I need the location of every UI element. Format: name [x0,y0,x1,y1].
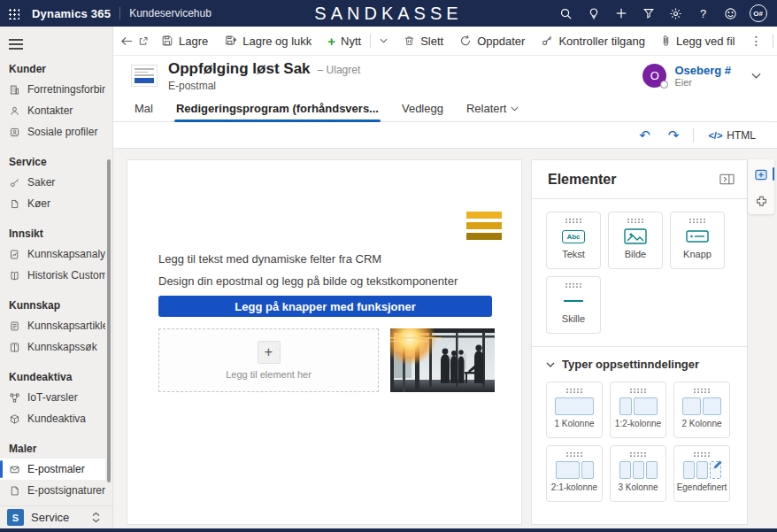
check-access-button[interactable]: Kontroller tilgang [533,29,653,52]
filter-icon[interactable] [635,0,662,27]
overflow-menu-icon[interactable]: ⋮ [742,34,769,48]
nav-item-label: Forretningsforbin... [27,83,105,96]
gold-bar [466,233,502,240]
drag-grip-icon [565,218,582,223]
dropzone-label: Legg til element her [226,369,312,380]
waffle-menu-icon[interactable] [8,8,19,19]
pencil-icon [712,459,723,470]
attach-file-button[interactable]: Legg ved fil [653,29,743,52]
feedback-smiley-icon[interactable] [717,0,744,27]
text-element-icon: Abc [562,230,585,243]
owner-name-link[interactable]: Oseberg # [674,64,731,77]
element-card-bilde[interactable]: Bilde [608,212,663,269]
elements-tab-button[interactable] [751,166,771,183]
save-and-close-button[interactable]: Lagre og lukk [216,29,319,52]
layout-card-label: Egendefinert [677,482,727,492]
search-icon[interactable] [552,0,580,27]
record-header: Oppfølging løst Sak – Ulagret E-postmal … [113,56,777,96]
one-two-column-icon [619,397,658,415]
elements-panel-header: Elementer [532,160,747,199]
popout-icon[interactable] [137,29,150,52]
plus-icon[interactable] [607,0,635,27]
layout-card-3-kolonne[interactable]: 3 Kolonne [610,445,666,502]
one-column-icon [555,397,594,415]
html-view-button[interactable]: </> HTML [701,127,763,143]
sidebar-item-historisk-customer[interactable]: Historisk Custome... [0,265,105,286]
sidebar-item-kundeaktiva[interactable]: Kundeaktiva [0,408,105,429]
delete-button[interactable]: Slett [396,29,451,52]
layout-card-label: 1 Kolonne [554,419,594,428]
element-dropzone[interactable]: + Legg til element her [158,328,379,392]
topbar-icons: ? O# [552,0,777,27]
help-icon[interactable]: ? [689,0,717,27]
undo-button[interactable]: ↶ [632,127,658,143]
undo-icon: ↶ [639,128,650,142]
template-photo[interactable] [390,328,495,392]
email-cta-button[interactable]: Legg på knapper med funksjoner [158,296,492,317]
refresh-button[interactable]: Oppdater [451,29,533,52]
person-icon [9,105,20,117]
tab-vedlegg[interactable]: Vedlegg [402,96,443,122]
check-access-label: Kontroller tilgang [558,35,645,48]
sidebar-item-saker[interactable]: Saker [0,172,105,193]
sidebar-item-e-postsignaturer[interactable]: E-postsignaturer [0,480,105,501]
nav-group-title: Maler [0,443,105,459]
redo-button[interactable]: ↷ [661,127,687,143]
element-card-knapp[interactable]: Knapp [670,212,725,269]
account-avatar[interactable]: O# [744,0,772,27]
back-button[interactable] [120,29,134,52]
thumb-line [135,72,148,73]
sidebar-item-iot-varsler[interactable]: IoT-varsler [0,387,105,408]
app-name[interactable]: Kundeservicehub [129,7,212,19]
email-menu-icon[interactable] [466,212,502,243]
record-title: Oppfølging løst Sak [168,60,311,78]
sidebar-item-sosiale-profiler[interactable]: Sosiale profiler [0,121,105,143]
owner-role: Eier [674,77,731,88]
tab-redigeringsprogram[interactable]: Redigeringsprogram (forhåndsvers... [176,96,379,122]
gold-bar [466,222,502,229]
sidebar-item-kunnskapsanalyse[interactable]: Kunnskapsanalyse [0,243,105,265]
drag-grip-icon [689,218,706,223]
tab-mal[interactable]: Mal [135,96,153,122]
sidebar-item-e-postmaler[interactable]: E-postmaler [0,459,105,480]
new-dropdown-chevron-icon[interactable] [380,38,388,43]
sidebar-item-forretningsforbindelser[interactable]: Forretningsforbin... [0,79,105,100]
collapse-panel-icon[interactable] [719,173,735,185]
sidebar-scrollbar[interactable] [107,159,111,482]
email-design-canvas[interactable]: Legg til tekst med dynamiske felter fra … [127,159,522,525]
save-button[interactable]: Lagre [153,29,216,52]
components-tab-button[interactable] [751,192,771,210]
gear-icon[interactable] [662,0,689,27]
tab-relatert[interactable]: Relatert [466,96,519,122]
header-chevron-icon[interactable] [751,73,761,79]
email-text-line-1[interactable]: Legg til tekst med dynamiske felter fra … [158,252,381,266]
add-element-button[interactable]: + [258,341,281,364]
layout-card-egendefinert[interactable]: Egendefinert [673,445,730,502]
element-card-skille[interactable]: Skille [546,276,601,334]
elements-panel: Elementer Abc Tekst Bilde [531,159,748,525]
layout-section-toggle[interactable]: Typer oppsettinndelinger [532,346,747,373]
sidebar-item-koer[interactable]: Køer [0,193,105,214]
email-template-icon [9,464,20,475]
area-switcher[interactable]: S Service [0,505,112,528]
queue-icon [9,198,20,210]
sidebar-item-kunnskapsartikler[interactable]: Kunnskapsartikler [0,315,105,336]
toolbar-divider [693,128,694,143]
sidebar-item-kunnskapssok[interactable]: Kunnskapssøk [0,336,105,358]
side-tool-strip [748,159,774,214]
layout-card-1-kolonne[interactable]: 1 Kolonne [546,382,603,438]
element-card-tekst[interactable]: Abc Tekst [546,212,601,269]
custom-layout-icon [683,461,721,479]
sidebar-item-kontakter[interactable]: Kontakter [0,100,105,121]
layout-card-1-2-kolonne[interactable]: 1:2-kolonne [610,382,666,438]
layout-card-2-1-kolonne[interactable]: 2:1-kolonne [546,445,603,502]
lightbulb-icon[interactable] [580,0,607,27]
brand-title[interactable]: Dynamics 365 [32,7,111,20]
sitemap-collapse-icon[interactable] [9,39,23,50]
email-text-line-2[interactable]: Design din epostmal og legg på bilde og … [158,274,458,288]
layout-card-2-kolonne[interactable]: 2 Kolonne [673,382,730,438]
new-button[interactable]: + Nytt [319,29,396,52]
nav-group-title: Kunder [0,63,105,79]
owner-avatar[interactable]: O [642,64,666,88]
nav-item-label: Kontakter [27,104,73,117]
